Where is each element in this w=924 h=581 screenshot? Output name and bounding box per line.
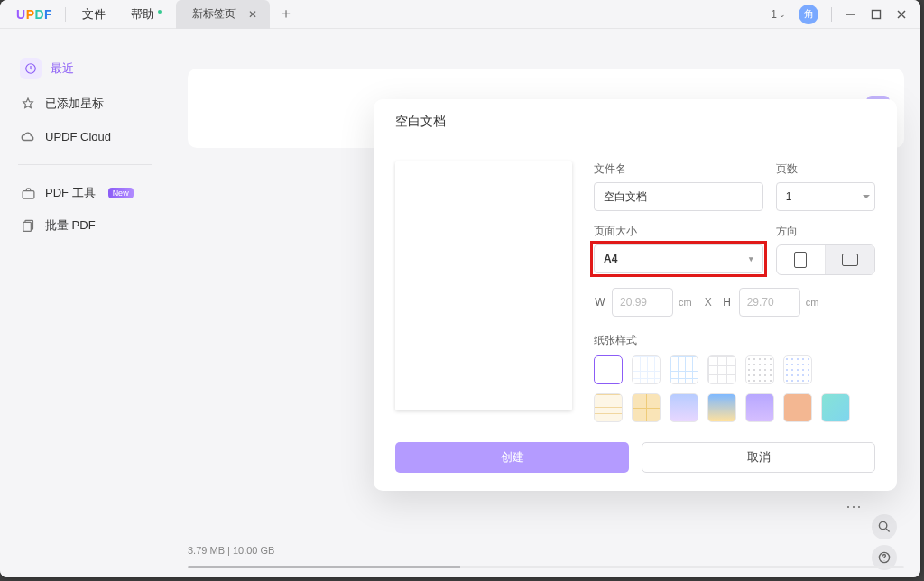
orientation-portrait[interactable] [777,245,826,274]
swatch-grid-light[interactable] [632,355,661,384]
swatch-blank[interactable] [594,355,623,384]
svg-rect-5 [23,190,34,198]
titlebar-right: 1 ⌄ 角 [771,5,913,24]
height-input[interactable] [739,288,800,317]
window-maximize[interactable] [870,9,882,20]
pages-input[interactable] [776,182,875,211]
orientation-label: 方向 [776,224,875,239]
sidebar: 最近 已添加星标 UPDF Cloud PDF 工具 New 批量 PDF [0,29,171,577]
paperstyle-label: 纸张样式 [594,333,875,348]
cancel-button[interactable]: 取消 [642,442,875,473]
window-count-value: 1 [771,8,777,21]
app-window: UPDF 文件 帮助 新标签页 ✕ ＋ 1 ⌄ 角 [0,0,920,577]
sidebar-label: 已添加星标 [45,96,104,112]
pagesize-select[interactable]: A4 ▾ [594,244,763,273]
swatch-grid-blue[interactable] [670,355,698,384]
page-preview [395,161,572,410]
menu-file[interactable]: 文件 [69,6,118,23]
svg-point-21 [884,560,885,561]
chevron-down-icon: ▾ [749,254,753,263]
sidebar-label: 批量 PDF [45,217,96,234]
swatch-quadrant[interactable] [632,393,661,422]
toolbox-icon [20,185,36,201]
sidebar-label: 最近 [51,60,74,77]
swatch-ruled[interactable] [594,393,623,422]
portrait-icon [794,252,807,268]
content-area: › ⋯ ⋯ ⋯ ⋯ 3.79 MB | 10.00 GB 空白文档 [171,29,920,577]
chevron-down-icon: ⌄ [779,10,786,19]
tab-add-button[interactable]: ＋ [279,5,293,23]
swatch-peach[interactable] [783,393,812,422]
swatch-gradient-blue[interactable] [670,393,698,422]
create-button[interactable]: 创建 [395,442,629,473]
orientation-landscape[interactable] [826,245,874,274]
clock-icon [20,58,42,79]
app-logo: UPDF [7,0,61,29]
sidebar-label: UPDF Cloud [45,130,111,143]
sidebar-item-tools[interactable]: PDF 工具 New [11,178,160,208]
svg-rect-7 [23,222,30,231]
swatch-gradient-purple[interactable] [745,393,774,422]
window-count[interactable]: 1 ⌄ [771,8,786,21]
pages-label: 页数 [776,161,875,177]
menu-bar: 文件 帮助 [69,6,167,23]
swatch-grid-big[interactable] [707,355,736,384]
sidebar-label: PDF 工具 [45,185,96,201]
blank-document-dialog: 空白文档 文件名 页数 [374,99,897,491]
width-input[interactable] [612,288,673,317]
dimension-separator: X [701,296,716,309]
separator [65,7,66,22]
tab-title: 新标签页 [192,6,236,22]
tab-new[interactable]: 新标签页 ✕ [176,0,270,29]
tab-close-icon[interactable]: ✕ [248,8,257,21]
swatch-teal[interactable] [821,393,850,422]
svg-line-19 [886,529,890,532]
sidebar-item-recent[interactable]: 最近 [11,51,160,87]
width-unit: cm [679,297,696,308]
width-label: W [594,296,606,309]
storage-text: 3.79 MB | 10.00 GB [188,545,274,556]
new-badge: New [108,188,134,198]
dialog-form: 文件名 页数 页面大小 [594,161,875,422]
swatch-dots-blue[interactable] [783,355,812,384]
star-icon [20,96,36,112]
sidebar-item-starred[interactable]: 已添加星标 [11,88,160,119]
filename-input[interactable] [594,182,763,211]
window-close[interactable] [895,9,908,20]
separator [831,7,832,22]
landscape-icon [842,254,858,266]
batch-icon [20,217,36,234]
svg-point-18 [879,521,886,529]
search-button[interactable] [872,514,897,540]
sidebar-item-batch[interactable]: 批量 PDF [11,210,160,241]
filename-label: 文件名 [594,161,763,177]
swatch-dots[interactable] [745,355,774,384]
window-minimize[interactable] [845,9,857,20]
swatch-gradient-sky[interactable] [707,393,736,422]
title-bar: UPDF 文件 帮助 新标签页 ✕ ＋ 1 ⌄ 角 [0,0,920,29]
pagesize-value: A4 [604,253,617,265]
avatar[interactable]: 角 [799,5,818,24]
orientation-group [776,244,875,275]
sidebar-item-cloud[interactable]: UPDF Cloud [11,121,160,152]
height-unit: cm [806,297,823,308]
dimensions-row: W cm X H cm [594,288,875,317]
dialog-title: 空白文档 [374,99,897,143]
storage-progress [188,566,904,568]
menu-help[interactable]: 帮助 [118,6,167,23]
cloud-icon [20,128,36,144]
svg-rect-1 [873,10,881,18]
storage-bar [188,566,904,568]
height-label: H [721,296,734,309]
file-menu-button[interactable]: ⋯ [836,493,872,520]
pagesize-label: 页面大小 [594,224,763,239]
separator [18,164,152,165]
